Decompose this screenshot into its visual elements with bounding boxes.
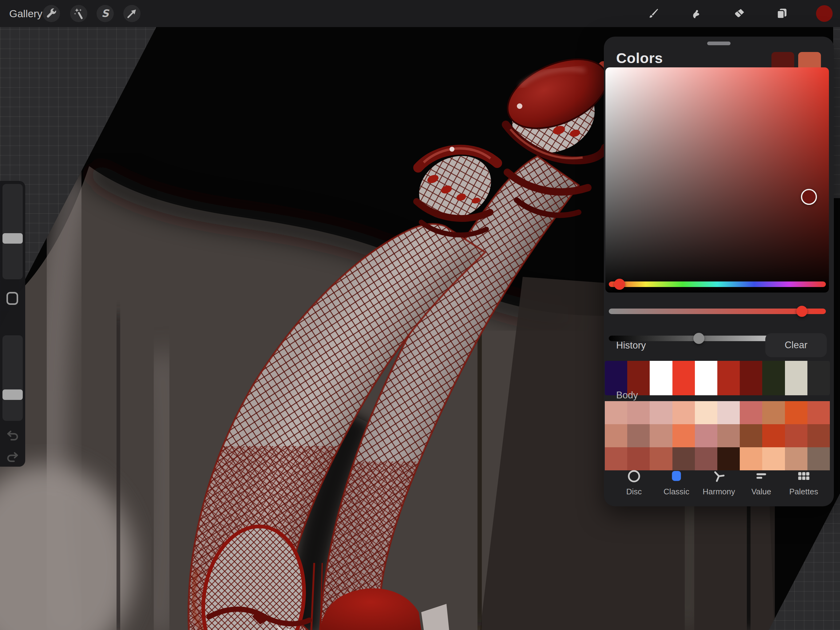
colors-panel: Colors History Clear Body Disc Classic (604, 36, 834, 507)
layers-tool-button[interactable] (773, 5, 791, 22)
palette-swatch[interactable] (807, 401, 830, 424)
eraser-icon (733, 7, 746, 20)
palette-swatch[interactable] (650, 447, 672, 470)
palette-swatch[interactable] (605, 447, 627, 470)
palette-swatch[interactable] (627, 424, 650, 447)
palette-swatch[interactable] (785, 424, 807, 447)
palette-swatch[interactable] (785, 447, 807, 470)
erase-tool-button[interactable] (731, 5, 748, 22)
selection-s-icon: S (99, 7, 112, 20)
tab-disc[interactable]: Disc (615, 469, 653, 497)
palette-swatch[interactable] (807, 447, 830, 470)
history-swatch[interactable] (695, 361, 717, 395)
opacity-slider[interactable] (2, 335, 23, 421)
history-swatch[interactable] (673, 361, 695, 395)
workspace-grid-sliver (833, 27, 840, 198)
palette-swatch[interactable] (740, 447, 762, 470)
smudge-icon (689, 7, 702, 20)
palette-name-label: Body (616, 390, 638, 401)
top-toolbar: Gallery S (0, 0, 840, 27)
current-color-button[interactable] (816, 5, 833, 22)
brush-sidebar (0, 181, 25, 467)
palette-swatch[interactable] (695, 424, 717, 447)
palette-swatch[interactable] (785, 401, 807, 424)
tab-palettes[interactable]: Palettes (785, 469, 823, 497)
palette-swatch[interactable] (740, 401, 762, 424)
palettes-icon (796, 469, 812, 484)
palette-swatch[interactable] (673, 424, 695, 447)
saturation-slider[interactable] (609, 309, 826, 314)
history-label: History (616, 340, 646, 351)
tab-harmony[interactable]: Harmony (700, 469, 738, 497)
paint-brush-icon (647, 7, 660, 20)
palette-swatch[interactable] (695, 401, 717, 424)
palette-swatch[interactable] (650, 424, 672, 447)
body-palette-grid (605, 401, 830, 470)
palette-swatch[interactable] (673, 447, 695, 470)
hue-slider[interactable] (609, 282, 826, 287)
svg-text:S: S (101, 7, 109, 19)
brush-size-slider[interactable] (2, 184, 23, 279)
palette-swatch[interactable] (650, 401, 672, 424)
selection-button[interactable]: S (96, 5, 114, 22)
history-swatch[interactable] (807, 361, 830, 395)
layers-icon (775, 7, 788, 20)
palette-swatch[interactable] (627, 447, 650, 470)
brush-size-handle[interactable] (2, 233, 23, 244)
value-icon (753, 469, 769, 484)
modify-button[interactable] (6, 292, 18, 305)
classic-icon (669, 469, 684, 484)
history-swatch[interactable] (785, 361, 807, 395)
palette-swatch[interactable] (717, 447, 740, 470)
history-swatch[interactable] (717, 361, 740, 395)
color-picker-ring[interactable] (801, 189, 817, 205)
tab-classic[interactable]: Classic (657, 469, 695, 497)
tab-value[interactable]: Value (742, 469, 780, 497)
opacity-handle[interactable] (2, 389, 23, 400)
transform-button[interactable] (123, 5, 141, 22)
adjustments-button[interactable] (70, 5, 87, 22)
history-swatch[interactable] (650, 361, 672, 395)
palette-swatch[interactable] (717, 424, 740, 447)
history-swatches (605, 361, 830, 395)
saturation-knob[interactable] (796, 306, 807, 317)
palette-swatch[interactable] (762, 424, 785, 447)
brightness-knob[interactable] (693, 333, 704, 344)
panel-drag-handle[interactable] (707, 41, 731, 45)
palette-swatch[interactable] (605, 424, 627, 447)
palette-swatch[interactable] (762, 401, 785, 424)
color-mode-tabs: Disc Classic Harmony Value (604, 469, 834, 497)
wrench-icon (45, 7, 58, 20)
hue-knob[interactable] (614, 279, 625, 290)
undo-icon[interactable] (6, 429, 19, 442)
magic-wand-icon (72, 7, 85, 20)
history-swatch[interactable] (740, 361, 762, 395)
palette-swatch[interactable] (740, 424, 762, 447)
transform-arrow-icon (125, 7, 138, 20)
palette-swatch[interactable] (673, 401, 695, 424)
smudge-tool-button[interactable] (687, 5, 704, 22)
history-swatch[interactable] (762, 361, 785, 395)
disc-icon (626, 469, 642, 484)
panel-title: Colors (616, 49, 663, 66)
clear-history-button[interactable]: Clear (765, 333, 827, 357)
brush-tool-button[interactable] (645, 5, 662, 22)
redo-icon[interactable] (6, 450, 19, 464)
palette-swatch[interactable] (762, 447, 785, 470)
palette-swatch[interactable] (695, 447, 717, 470)
palette-swatch[interactable] (807, 424, 830, 447)
palette-swatch[interactable] (605, 401, 627, 424)
actions-button[interactable] (43, 5, 60, 22)
saturation-brightness-square[interactable] (605, 67, 829, 293)
harmony-icon (711, 469, 726, 484)
palette-swatch[interactable] (627, 401, 650, 424)
gallery-button[interactable]: Gallery (9, 0, 43, 27)
palette-swatch[interactable] (717, 401, 740, 424)
